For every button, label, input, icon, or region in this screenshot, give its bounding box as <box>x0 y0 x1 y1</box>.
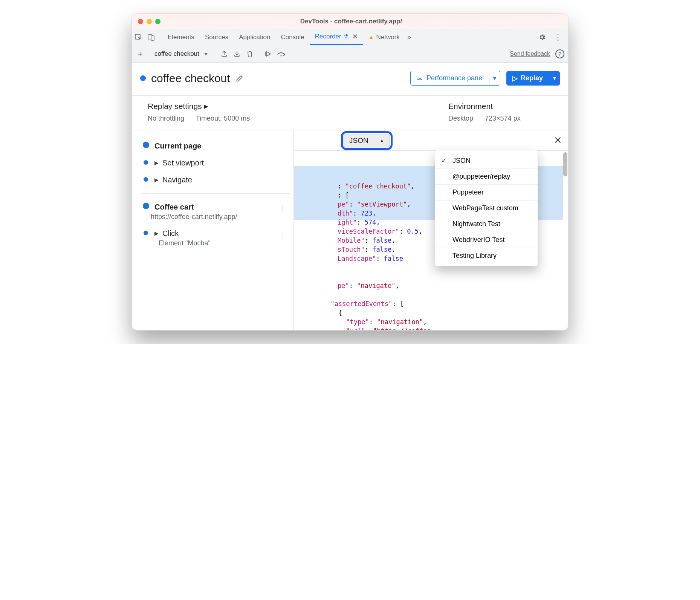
recorder-toolbar: ＋ coffee checkout ▾ Send feedback ? <box>132 45 568 63</box>
export-icon[interactable] <box>219 49 229 59</box>
export-format-menu: ✓JSON @puppeteer/replay Puppeteer WebPag… <box>435 150 538 266</box>
step-click-sub: Element "Mocha" <box>159 239 276 247</box>
recording-selector-label: coffee checkout <box>154 50 199 58</box>
replay-dropdown[interactable]: ▾ <box>549 71 560 86</box>
zoom-window-button[interactable] <box>155 19 160 24</box>
steps-pane: Current page ▶ Set viewport ▶ Navigate <box>132 130 294 330</box>
replay-settings-bar: Replay settings ▶ No throttling Timeout:… <box>132 95 568 130</box>
close-window-button[interactable] <box>138 19 143 24</box>
tab-network[interactable]: ▲ Network <box>363 29 405 45</box>
expand-caret-icon: ▶ <box>154 177 159 183</box>
chevron-right-icon: ▶ <box>204 103 208 109</box>
send-feedback-link[interactable]: Send feedback <box>510 51 550 57</box>
svg-point-4 <box>419 78 420 80</box>
timeout-value: Timeout: 5000 ms <box>196 115 250 122</box>
step-menu-icon[interactable]: ⋮ <box>276 203 290 214</box>
format-option-puppeteer-replay[interactable]: @puppeteer/replay <box>435 168 538 184</box>
recording-title: coffee checkout <box>151 72 230 85</box>
recorder-main: Current page ▶ Set viewport ▶ Navigate <box>132 130 568 330</box>
help-icon[interactable]: ? <box>555 49 564 58</box>
format-option-webpagetest[interactable]: WebPageTest custom <box>435 200 538 216</box>
step-group-title: Coffee cart <box>154 203 276 211</box>
devtools-window: { "titlebar": { "title": "DevTools - cof… <box>131 13 569 331</box>
expand-caret-icon: ▶ <box>154 230 159 236</box>
format-option-json[interactable]: ✓JSON <box>435 153 538 168</box>
settings-gear-icon[interactable] <box>536 34 549 41</box>
new-recording-button[interactable]: ＋ <box>136 48 145 60</box>
performance-panel-label: Performance panel <box>426 74 484 82</box>
caret-up-icon: ▲ <box>380 138 384 143</box>
expand-caret-icon: ▶ <box>154 160 159 166</box>
minimize-window-button[interactable] <box>147 19 152 24</box>
replay-settings-heading[interactable]: Replay settings ▶ <box>148 102 448 111</box>
check-icon: ✓ <box>441 156 448 165</box>
recording-status-dot <box>140 75 146 81</box>
tab-application[interactable]: Application <box>234 29 275 45</box>
step-over-icon[interactable] <box>276 49 286 59</box>
step-replay-icon[interactable] <box>263 49 274 59</box>
tab-elements[interactable]: Elements <box>162 29 200 45</box>
close-tab-icon[interactable]: ✕ <box>352 32 358 41</box>
step-group-subtitle: https://coffee-cart.netlify.app/ <box>151 213 276 221</box>
replay-button-label: Replay <box>521 74 543 82</box>
scrollbar-thumb[interactable] <box>563 152 567 176</box>
performance-panel-dropdown[interactable]: ▾ <box>489 71 500 85</box>
export-format-select[interactable]: JSON ▲ <box>344 134 390 147</box>
recording-header: coffee checkout Performance panel ▾ ▷ Re… <box>132 63 568 95</box>
format-option-webdriverio[interactable]: WebdriverIO Test <box>435 232 538 248</box>
svg-rect-2 <box>151 36 154 40</box>
delete-icon[interactable] <box>245 49 255 59</box>
more-tabs-button[interactable]: » <box>405 33 413 41</box>
window-controls <box>132 19 160 24</box>
edit-title-icon[interactable] <box>235 74 244 83</box>
format-option-nightwatch[interactable]: Nightwatch Test <box>435 216 538 232</box>
step-navigate[interactable]: ▶ Navigate <box>141 171 290 188</box>
replay-button[interactable]: ▷ Replay ▾ <box>506 71 560 86</box>
gauge-icon <box>416 75 423 82</box>
window-title: DevTools - coffee-cart.netlify.app/ <box>160 18 542 25</box>
performance-panel-button[interactable]: Performance panel ▾ <box>410 71 500 86</box>
play-icon: ▷ <box>512 74 518 83</box>
environment-heading: Environment <box>448 102 558 111</box>
recording-selector[interactable]: coffee checkout ▾ <box>151 50 209 58</box>
device-toolbar-icon[interactable] <box>145 34 157 41</box>
kebab-menu-icon[interactable]: ⋮ <box>552 32 564 42</box>
tab-console[interactable]: Console <box>275 29 309 45</box>
code-pane: JSON ▲ ✕ ✓JSON @puppeteer/replay Puppete… <box>294 130 568 330</box>
export-format-selected: JSON <box>349 136 368 145</box>
titlebar: DevTools - coffee-cart.netlify.app/ <box>132 14 568 29</box>
step-set-viewport[interactable]: ▶ Set viewport <box>141 154 290 171</box>
import-icon[interactable] <box>232 49 242 59</box>
devtools-tabs-bar: Elements Sources Application Console Rec… <box>132 29 568 45</box>
inspect-element-icon[interactable] <box>132 34 145 41</box>
step-click[interactable]: ▶ Click Element "Mocha" ⋮ <box>141 225 290 251</box>
format-option-testing-library[interactable]: Testing Library <box>435 248 538 263</box>
step-group-title: Current page <box>154 142 290 150</box>
svg-point-3 <box>280 55 281 56</box>
warning-icon: ▲ <box>368 34 374 40</box>
close-code-panel-icon[interactable]: ✕ <box>554 135 562 146</box>
chevron-down-icon: ▾ <box>205 51 207 57</box>
experiment-icon: ⚗ <box>344 33 348 40</box>
tab-sources[interactable]: Sources <box>200 29 234 45</box>
step-menu-icon[interactable]: ⋮ <box>276 229 290 241</box>
environment-size: 723×574 px <box>485 115 521 122</box>
tab-recorder[interactable]: Recorder ⚗ ✕ <box>310 29 363 45</box>
environment-device: Desktop <box>448 115 473 122</box>
throttling-value: No throttling <box>148 115 184 122</box>
format-option-puppeteer[interactable]: Puppeteer <box>435 184 538 200</box>
